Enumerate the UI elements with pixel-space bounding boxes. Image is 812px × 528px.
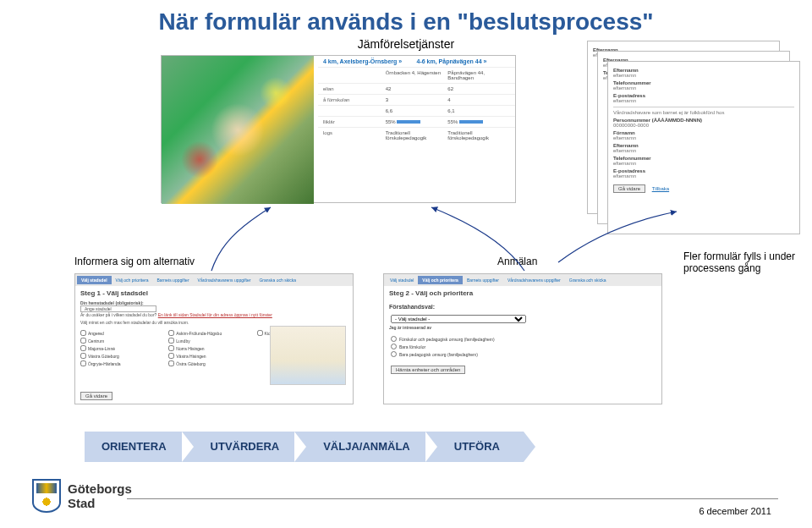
check[interactable]: Angered xyxy=(80,330,168,336)
tab[interactable]: Välj och prioritera xyxy=(418,276,463,284)
tabbar: Välj stadsdel Välj och prioritera Barnet… xyxy=(75,274,353,286)
chevron-utfora: UTFÖRA xyxy=(425,432,524,462)
label-alternativ: Informera sig om alternativ xyxy=(74,256,195,267)
check[interactable]: Norra Hisingen xyxy=(168,345,256,351)
crow-c2: 4 xyxy=(447,97,510,102)
check[interactable]: Östra Göteborg xyxy=(168,360,256,366)
check[interactable]: Örgryte-Härlanda xyxy=(80,360,168,366)
step2-options: Förskolor och pedagogisk omsorg (familje… xyxy=(384,333,661,360)
form-value: efternamn xyxy=(613,135,636,140)
step2-fetch-button[interactable]: Hämta enheter och områden xyxy=(391,366,465,374)
step1-title: Steg 1 - Välj stadsdel xyxy=(75,286,353,300)
crow-c1: 42 xyxy=(386,86,448,91)
process-chevrons: ORIENTERA UTVÄRDERA VÄLJA/ANMÄLA UTFÖRA xyxy=(85,432,515,462)
crow-c1: 3 xyxy=(386,97,448,102)
label-fler: Fler formulär fylls i under processens g… xyxy=(683,250,795,275)
form-value: efternamn xyxy=(613,73,636,78)
check[interactable]: Västra Göteborg xyxy=(80,353,168,359)
compare-grid: 4 km, Axelsberg-Örnsberg » 4-6 km, Påpnä… xyxy=(318,56,515,202)
step1-note: Din hemstadsdel (obligatorisk): Ange sta… xyxy=(75,300,353,320)
compare-card: 4 km, Axelsberg-Örnsberg » 4-6 km, Påpnä… xyxy=(161,55,516,203)
crow-lbl: elian xyxy=(323,86,386,91)
form-label: Telefonnummer xyxy=(613,156,794,161)
form-label: Efternamn xyxy=(613,143,794,148)
map-thumbnail xyxy=(270,326,346,385)
tab[interactable]: Välj stadsdel xyxy=(77,276,112,284)
check[interactable]: Lundby xyxy=(168,338,256,344)
tab[interactable]: Barnets uppgifter xyxy=(463,276,503,284)
compare-photo xyxy=(162,56,314,204)
form-value: efternamn xyxy=(613,161,636,166)
step1-card: Välj stadsdel Välj och prioritera Barnet… xyxy=(74,273,354,404)
crow-c1: 6,6 xyxy=(386,108,448,113)
form-value: efternamn xyxy=(613,173,636,179)
step2-card: Välj stadsdel Välj och prioritera Barnet… xyxy=(383,273,662,404)
check[interactable]: Västra Hisingen xyxy=(168,353,256,359)
crow-lbl xyxy=(323,70,386,80)
step2-title: Steg 2 - Välj och prioritera xyxy=(384,286,661,300)
step1-continue-button[interactable]: Gå vidare xyxy=(80,392,112,400)
form-value: efternamn xyxy=(613,98,636,103)
crow-c2: Traditionell förskolepedagogik xyxy=(447,130,510,140)
chevron-utvardera: UTVÄRDERA xyxy=(182,432,304,462)
compare-header: 4 km, Axelsberg-Örnsberg » 4-6 km, Påpnä… xyxy=(318,56,515,67)
crow-c2: 6,1 xyxy=(447,108,510,113)
tab[interactable]: Granska och skicka xyxy=(255,276,300,284)
crow-lbl xyxy=(323,108,386,113)
step1-note-link[interactable]: En länk till sidan Stadsdel för din adre… xyxy=(158,312,272,317)
page-title: När formulär används i en "beslutsproces… xyxy=(0,0,812,37)
label-anmalan: Anmälan xyxy=(497,256,537,267)
tab[interactable]: Barnets uppgifter xyxy=(152,276,193,284)
radio[interactable]: Förskolor och pedagogisk omsorg (familje… xyxy=(391,336,655,342)
crow-c2: 62 xyxy=(447,86,510,91)
radio[interactable]: Bara förskolor xyxy=(391,344,655,349)
form-value[interactable]: 00000000-0000 xyxy=(613,123,649,128)
tabbar: Välj stadsdel Välj och prioritera Barnet… xyxy=(384,274,661,286)
check[interactable]: Centrum xyxy=(80,338,168,344)
tab[interactable]: Välj stadsdel xyxy=(386,276,418,284)
chevron-valja: VÄLJA/ANMÄLA xyxy=(294,432,434,462)
form-continue-button[interactable]: Gå vidare xyxy=(613,184,645,193)
crow-c2: 55% xyxy=(447,119,510,124)
tab[interactable]: Välj och prioritera xyxy=(112,276,153,284)
crow-lbl: lliklär xyxy=(323,119,386,124)
crow-c1: 55% xyxy=(386,119,448,124)
form-label: E-postadress xyxy=(613,168,794,173)
check[interactable]: Askim-Frölunda-Högsbo xyxy=(168,330,256,336)
brand-text: Göteborgs Stad xyxy=(68,481,132,510)
crest-icon xyxy=(32,479,61,513)
footer-date: 6 december 2011 xyxy=(699,506,771,516)
crow-lbl: logs xyxy=(323,130,386,140)
radio[interactable]: Bara pedagogisk omsorg (familjedaghem) xyxy=(391,351,655,357)
tab[interactable]: Vårdnadshavarens uppgifter xyxy=(503,276,565,284)
step2-section: Förstahandsval: xyxy=(384,300,661,313)
step1-select[interactable]: Ange stadsdel xyxy=(80,305,156,312)
form-note: Vårdnadshavare som barnet ej är folkbokf… xyxy=(613,110,724,115)
form-value: efternamn xyxy=(613,148,636,153)
step2-interest: Jag är intresserad av xyxy=(384,325,661,333)
step2-select[interactable]: - Välj stadsdel - xyxy=(391,315,526,323)
check[interactable]: Majorna-Linné xyxy=(80,345,168,351)
footer-rule xyxy=(127,498,778,499)
form-label: E-postadress xyxy=(613,93,794,98)
form-label: Förnamn xyxy=(613,130,794,135)
form-card-front: Efternamnefternamn Telefonnummerefternam… xyxy=(607,61,800,234)
tab[interactable]: Vårdnadshavarens uppgifter xyxy=(194,276,255,284)
form-label: Telefonnummer xyxy=(613,80,794,85)
chevron-orientera: ORIENTERA xyxy=(85,432,190,462)
tab[interactable]: Granska och skicka xyxy=(565,276,611,284)
label-fler-line1: Fler formulär fylls i under xyxy=(683,250,795,262)
form-value: efternamn xyxy=(613,85,636,91)
compare-col1[interactable]: 4 km, Axelsberg-Örnsberg » xyxy=(323,58,417,64)
form-label: Efternamn xyxy=(613,68,794,73)
crow-c1: Örnbacken 4, Hägersten xyxy=(386,70,448,80)
crow-c1: Traditionell förskolepedagogik xyxy=(386,130,448,140)
form-back-link[interactable]: Tillbaka xyxy=(652,186,669,191)
brand-logo: Göteborgs Stad xyxy=(32,479,132,513)
compare-col2[interactable]: 4-6 km, Påpnävägen 44 » xyxy=(417,58,511,64)
crow-lbl: å förrskolan xyxy=(323,97,386,102)
crow-c2: Påpnävägen 44, Bandhagen xyxy=(447,70,510,80)
label-fler-line2: processens gång xyxy=(683,262,760,274)
step1-note-text: Är du osäker på i vilken stadsdel du bor… xyxy=(80,312,156,317)
